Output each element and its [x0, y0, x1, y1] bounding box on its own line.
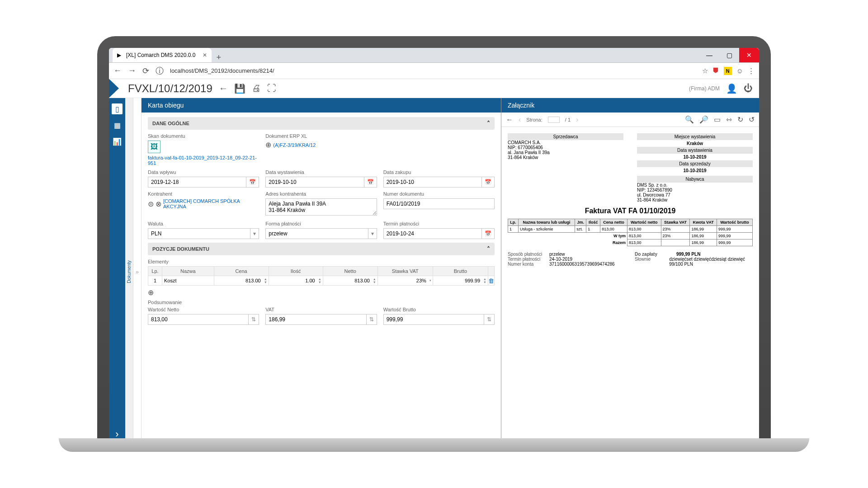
maximize-button[interactable]: ▢	[719, 48, 739, 62]
spinner-icon[interactable]: ⇅	[484, 314, 495, 325]
page-input[interactable]	[548, 117, 560, 123]
invoice-table: Lp.Nazwa towaru lub usługi Jm.Ilość Cena…	[508, 219, 753, 246]
row-netto[interactable]	[323, 276, 372, 285]
star-icon[interactable]: ☆	[702, 67, 708, 75]
sidebar-reports-icon[interactable]: 📊	[112, 136, 123, 147]
next-page-icon[interactable]: ›	[576, 116, 578, 124]
calendar-icon[interactable]: 📅	[482, 228, 495, 239]
chevron-down-icon[interactable]: ▾	[250, 228, 259, 239]
numer-input[interactable]	[383, 198, 495, 209]
chevron-down-icon[interactable]: ▾	[428, 279, 433, 282]
wartosc-brutto-input[interactable]	[383, 314, 484, 325]
kontrahent-link[interactable]: [COMARCH] COMARCH SPÓŁKA AKCYJNA	[163, 198, 259, 209]
data-wystawienia-input[interactable]	[265, 177, 364, 188]
reload-icon[interactable]: ⟳	[142, 66, 149, 76]
nabywca-header: Nabywca	[637, 176, 753, 183]
label-wartosc-netto: Wartość Netto	[148, 307, 259, 312]
invoice-title: Faktura VAT FA 01/10/2019	[508, 207, 753, 215]
label-podsumowanie: Podsumowanie	[148, 300, 495, 305]
row-cena[interactable]	[214, 276, 263, 285]
data-zakupu-input[interactable]	[383, 177, 482, 188]
print-icon[interactable]: 🖨	[252, 83, 261, 94]
prev-page-icon[interactable]: ‹	[519, 116, 521, 124]
spinner-icon[interactable]: ▲▼	[317, 277, 323, 284]
vat-input[interactable]	[265, 314, 366, 325]
spinner-icon[interactable]: ▲▼	[263, 277, 269, 284]
panel-collapse[interactable]: »	[133, 98, 142, 446]
row-lp[interactable]	[148, 276, 162, 285]
zoom-in-icon[interactable]: 🔍	[685, 115, 694, 124]
label-data-wystawienia: Data wystawienia	[265, 169, 377, 175]
row-nazwa[interactable]	[162, 276, 214, 285]
sidebar-modules-icon[interactable]: ▦	[112, 120, 123, 131]
chevron-up-icon: ˄	[487, 120, 490, 127]
spinner-icon[interactable]: ▲▼	[482, 277, 488, 284]
label-wartosc-brutto: Wartość Brutto	[383, 307, 495, 312]
row-stawka[interactable]	[378, 276, 428, 285]
waluta-select[interactable]	[148, 228, 250, 239]
termin-input[interactable]	[383, 228, 482, 239]
new-tab-button[interactable]: +	[212, 53, 226, 62]
menu-icon[interactable]: ⋮	[748, 67, 755, 75]
label-waluta: Waluta	[148, 221, 259, 226]
data-wplywu-input[interactable]	[148, 177, 246, 188]
shield-icon[interactable]: ⛊	[712, 67, 719, 75]
erp-label: Dokument ERP XL	[265, 133, 377, 139]
page-total: / 1	[565, 117, 571, 122]
section-pozycje[interactable]: POZYCJE DOKUMENTU ˄	[148, 243, 495, 255]
sidebar-documents-icon[interactable]: ▯	[112, 103, 123, 114]
chevron-down-icon[interactable]: ▾	[368, 228, 377, 239]
nav-back-icon[interactable]: ←	[219, 83, 228, 94]
forma-select[interactable]	[265, 228, 368, 239]
forward-icon[interactable]: →	[128, 66, 136, 75]
label-forma: Forma płatności	[265, 221, 377, 226]
app-logo-icon	[109, 79, 119, 98]
attachment-toolbar: ← ‹ Strona: / 1 › 🔍 🔎 ▭ ⇿ ↻ ↺	[501, 113, 759, 127]
browser-tab[interactable]: ▶ [XL] Comarch DMS 2020.0.0 ✕	[113, 48, 212, 62]
fit-page-icon[interactable]: ▭	[714, 115, 721, 124]
add-row-button[interactable]: ⊕	[148, 288, 495, 297]
url-text[interactable]: localhost/DMS_20192/documents/8214/	[170, 67, 696, 74]
close-window-button[interactable]: ✕	[739, 48, 759, 62]
table-row: ▲▼ ▲▼ ▲▼ ▾ ▲▼ 🗑	[148, 276, 495, 286]
profile-icon[interactable]: ☺	[736, 67, 743, 75]
minimize-button[interactable]: —	[699, 48, 719, 62]
fit-width-icon[interactable]: ⇿	[726, 115, 732, 124]
calendar-icon[interactable]: 📅	[364, 177, 377, 188]
scan-file-link[interactable]: faktura-vat-fa-01-10-2019_2019-12-18_09-…	[148, 155, 259, 166]
spinner-icon[interactable]: ⇅	[249, 314, 259, 325]
label-numer: Numer dokumentu	[383, 191, 495, 197]
info-icon[interactable]: ⓘ	[156, 66, 164, 76]
calendar-icon[interactable]: 📅	[246, 177, 259, 188]
toolbar-back-icon[interactable]: ←	[506, 116, 513, 124]
save-icon[interactable]: 💾	[234, 83, 245, 94]
section-dane-ogolne[interactable]: DANE OGÓLNE ˄	[148, 117, 495, 130]
user-icon[interactable]: 👤	[726, 83, 737, 94]
back-icon[interactable]: ←	[113, 66, 122, 75]
spinner-icon[interactable]: ▲▼	[372, 277, 377, 284]
app-favicon: ▶	[117, 52, 123, 58]
fullscreen-icon[interactable]: ⛶	[267, 83, 276, 94]
user-context: (Firma) ADM	[689, 85, 720, 92]
zoom-out-icon[interactable]: 🔎	[699, 115, 708, 124]
adres-input[interactable]: Aleja Jana Pawła II 39A 31-864 Kraków	[265, 198, 377, 216]
wartosc-netto-input[interactable]	[148, 314, 249, 325]
calendar-icon[interactable]: 📅	[482, 177, 495, 188]
rotate-cw-icon[interactable]: ↻	[737, 115, 743, 124]
row-brutto[interactable]	[433, 276, 482, 285]
erp-doc-link[interactable]: (A)FZ-3/19/KRA/12	[273, 142, 316, 148]
page-label: Strona:	[526, 117, 542, 122]
clear-icon[interactable]: ⊗	[156, 200, 161, 208]
row-ilosc[interactable]	[269, 276, 317, 285]
label-data-wplywu: Data wpływu	[148, 169, 259, 175]
power-icon[interactable]: ⏻	[744, 83, 753, 94]
image-thumbnail-icon[interactable]: 🖼	[148, 141, 160, 153]
pick-icon[interactable]: ⊜	[148, 200, 154, 208]
link-icon[interactable]: ⊕	[265, 141, 271, 149]
delete-row-icon[interactable]: 🗑	[488, 276, 494, 286]
extension-n-icon[interactable]: N	[724, 67, 732, 75]
close-tab-icon[interactable]: ✕	[203, 52, 207, 58]
browser-tab-bar: ▶ [XL] Comarch DMS 2020.0.0 ✕ + — ▢ ✕	[109, 48, 759, 63]
rotate-ccw-icon[interactable]: ↺	[749, 115, 755, 124]
spinner-icon[interactable]: ⇅	[367, 314, 377, 325]
